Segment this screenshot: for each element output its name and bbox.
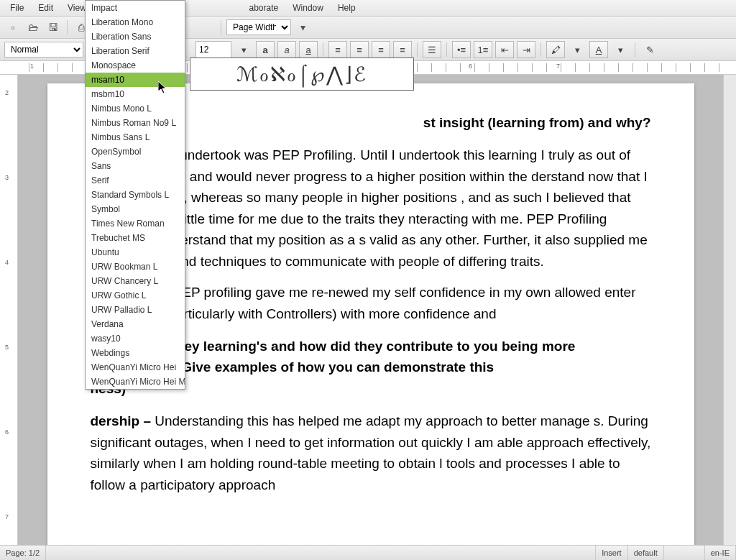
font-option[interactable]: Trebuchet MS: [86, 231, 185, 245]
menu-help[interactable]: Help: [331, 1, 363, 14]
highlight-dropdown-icon[interactable]: ▾: [568, 41, 586, 58]
menu-window[interactable]: Window: [285, 1, 331, 14]
font-option[interactable]: Verdana: [86, 317, 185, 331]
svg-marker-0: [158, 81, 166, 93]
font-option[interactable]: URW Gothic L: [86, 288, 185, 303]
font-option[interactable]: Monospace: [86, 58, 185, 73]
align-justify-button[interactable]: ≡: [393, 41, 412, 58]
underline-button[interactable]: a: [299, 41, 318, 58]
zoom-select[interactable]: Page Width: [226, 19, 291, 35]
font-color-button[interactable]: A: [589, 41, 608, 58]
font-size-input[interactable]: [196, 41, 231, 58]
font-color-dropdown-icon[interactable]: ▾: [611, 41, 630, 58]
status-bar: Page: 1/2 Insert default en-IE: [0, 545, 736, 560]
vertical-scrollbar[interactable]: [723, 75, 736, 545]
font-option[interactable]: URW Chancery L: [86, 274, 185, 288]
new-doc-icon[interactable]: ▫: [4, 19, 22, 36]
menu-edit[interactable]: Edit: [31, 1, 60, 14]
menu-file[interactable]: File: [3, 1, 31, 14]
font-option[interactable]: Standard Symbols L: [86, 188, 185, 202]
font-option[interactable]: URW Bookman L: [86, 260, 185, 274]
align-right-button[interactable]: ≡: [372, 41, 390, 58]
font-option[interactable]: WenQuanYi Micro Hei: [86, 360, 185, 375]
font-option[interactable]: URW Palladio L: [86, 303, 185, 317]
status-insert-mode[interactable]: Insert: [596, 546, 628, 560]
font-preview-tooltip: ℳℴℵℴ⌠℘⋀⌋ℰ: [190, 58, 414, 91]
font-option[interactable]: OpenSymbol: [86, 144, 185, 159]
format-paintbrush-icon[interactable]: ✎: [640, 41, 659, 58]
status-page[interactable]: Page: 1/2: [0, 546, 46, 560]
font-option[interactable]: Liberation Sans: [86, 29, 185, 44]
font-option[interactable]: Times New Roman: [86, 216, 185, 231]
font-size-dropdown-icon[interactable]: ▾: [234, 41, 253, 58]
ruler-vertical[interactable]: 234567: [0, 75, 18, 545]
highlight-color-button[interactable]: 🖍: [546, 41, 565, 58]
font-option[interactable]: wasy10: [86, 331, 185, 346]
italic-button[interactable]: a: [277, 41, 296, 58]
paragraph-style-select[interactable]: Normal: [4, 42, 83, 58]
font-option[interactable]: Nimbus Mono L: [86, 101, 185, 116]
open-icon[interactable]: 🗁: [24, 19, 42, 36]
menu-collaborate[interactable]: aborate: [242, 1, 286, 14]
zoom-dropdown-icon[interactable]: ▾: [294, 19, 311, 36]
font-option[interactable]: Sans: [86, 159, 185, 173]
status-language[interactable]: en-IE: [705, 546, 736, 560]
font-option[interactable]: Liberation Mono: [86, 15, 185, 29]
decrease-indent-button[interactable]: ⇤: [495, 41, 514, 58]
font-option[interactable]: msbm10: [86, 87, 185, 101]
font-option[interactable]: Serif: [86, 173, 185, 188]
font-option[interactable]: Nimbus Sans L: [86, 130, 185, 144]
font-option[interactable]: Symbol: [86, 202, 185, 216]
font-option[interactable]: Liberation Serif: [86, 44, 185, 58]
font-option[interactable]: Webdings: [86, 346, 185, 360]
font-option[interactable]: Nimbus Roman No9 L: [86, 116, 185, 130]
number-list-button[interactable]: 1≡: [474, 41, 492, 58]
font-option[interactable]: WenQuanYi Micro Hei Mono: [86, 375, 185, 389]
save-icon[interactable]: 🖫: [45, 19, 62, 36]
font-option[interactable]: msam10: [86, 73, 185, 87]
bold-button[interactable]: a: [256, 41, 275, 58]
font-option[interactable]: Impact: [86, 1, 185, 15]
bullet-list-button[interactable]: •≡: [452, 41, 471, 58]
body-paragraph: dership – Understanding this has helped …: [91, 410, 651, 495]
font-option[interactable]: Ubuntu: [86, 245, 185, 260]
align-left-button[interactable]: ≡: [328, 41, 347, 58]
line-spacing-button[interactable]: ☰: [423, 41, 441, 58]
font-name-dropdown[interactable]: ImpactLiberation MonoLiberation SansLibe…: [85, 0, 185, 390]
mouse-cursor-icon: [158, 81, 168, 94]
increase-indent-button[interactable]: ⇥: [517, 41, 535, 58]
align-center-button[interactable]: ≡: [350, 41, 369, 58]
status-defaults[interactable]: default: [628, 546, 664, 560]
